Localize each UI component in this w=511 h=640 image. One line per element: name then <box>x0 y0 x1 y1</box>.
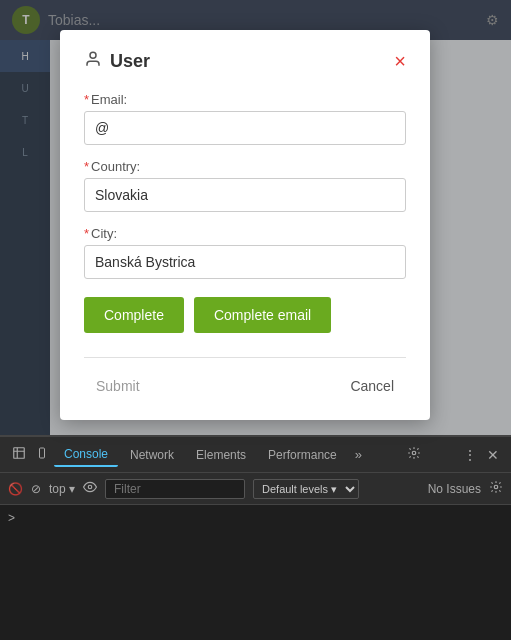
svg-point-4 <box>412 451 416 455</box>
complete-button[interactable]: Complete <box>84 297 184 333</box>
country-field-group: * Country: <box>84 159 406 212</box>
modal-header: User × <box>84 50 406 72</box>
devtools-more-icon[interactable]: ⋮ <box>459 443 481 467</box>
eye-icon[interactable] <box>83 480 97 497</box>
email-field-group: * Email: <box>84 92 406 145</box>
country-label: * Country: <box>84 159 406 174</box>
modal-title: User <box>110 51 150 72</box>
devtools-mobile-icon[interactable] <box>32 442 52 467</box>
modal-title-row: User <box>84 50 150 72</box>
devtools-toolbar: Console Network Elements Performance » ⋮… <box>0 437 511 473</box>
country-required-star: * <box>84 159 89 174</box>
city-required-star: * <box>84 226 89 241</box>
modal-divider <box>84 357 406 358</box>
close-button[interactable]: × <box>394 51 406 71</box>
devtools-inspect-icon[interactable] <box>8 442 30 467</box>
tab-network[interactable]: Network <box>120 444 184 466</box>
devtools-settings-icon[interactable] <box>403 442 425 467</box>
cursor-area <box>84 349 406 357</box>
devtools-subbar: 🚫 ⊘ top ▾ Default levels ▾ No Issues <box>0 473 511 505</box>
log-level-select[interactable]: Default levels ▾ <box>253 479 359 499</box>
country-input[interactable] <box>84 178 406 212</box>
svg-point-0 <box>90 52 96 58</box>
console-filter-input[interactable] <box>105 479 245 499</box>
submit-cancel-row: Submit Cancel <box>84 372 406 400</box>
svg-rect-1 <box>14 448 25 459</box>
devtools-content: > <box>0 505 511 640</box>
tab-elements[interactable]: Elements <box>186 444 256 466</box>
email-label: * Email: <box>84 92 406 107</box>
cancel-button[interactable]: Cancel <box>338 372 406 400</box>
devtools-close-button[interactable]: ✕ <box>483 443 503 467</box>
devtools-panel: Console Network Elements Performance » ⋮… <box>0 435 511 640</box>
city-field-group: * City: <box>84 226 406 279</box>
tab-performance[interactable]: Performance <box>258 444 347 466</box>
more-tabs-button[interactable]: » <box>349 443 368 466</box>
user-modal: User × * Email: * Country: * City: Compl… <box>60 30 430 420</box>
top-context[interactable]: top ▾ <box>49 482 75 496</box>
issues-settings-icon[interactable] <box>489 480 503 497</box>
city-input[interactable] <box>84 245 406 279</box>
svg-rect-2 <box>40 448 45 458</box>
console-prompt[interactable]: > <box>8 511 15 525</box>
console-filter-icon[interactable]: ⊘ <box>31 482 41 496</box>
issues-count: No Issues <box>428 482 481 496</box>
city-label: * City: <box>84 226 406 241</box>
complete-buttons-row: Complete Complete email <box>84 297 406 333</box>
console-clear-icon[interactable]: 🚫 <box>8 482 23 496</box>
complete-email-button[interactable]: Complete email <box>194 297 331 333</box>
submit-button[interactable]: Submit <box>84 372 152 400</box>
user-icon <box>84 50 102 72</box>
svg-point-6 <box>494 485 498 489</box>
svg-point-5 <box>88 485 92 489</box>
tab-console[interactable]: Console <box>54 443 118 467</box>
email-required-star: * <box>84 92 89 107</box>
email-input[interactable] <box>84 111 406 145</box>
